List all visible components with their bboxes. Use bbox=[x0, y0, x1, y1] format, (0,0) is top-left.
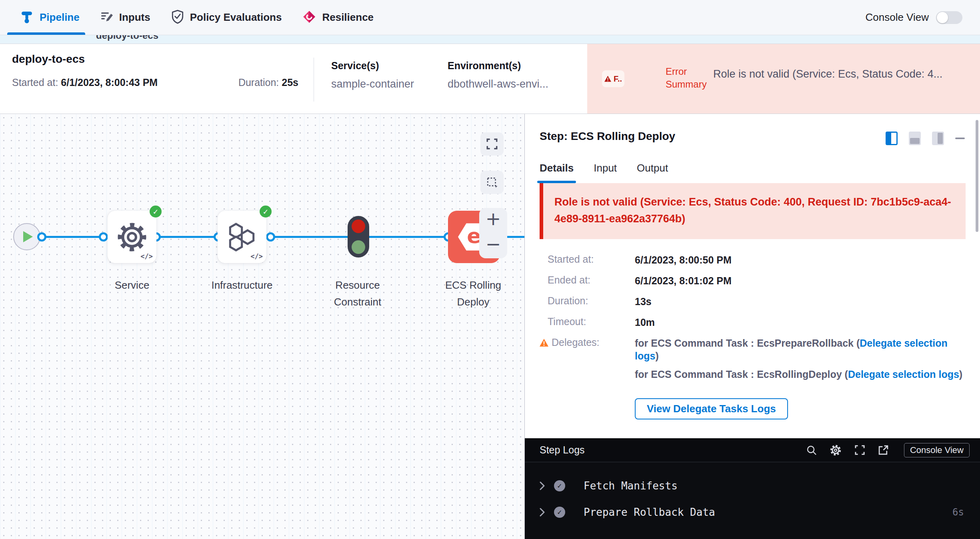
log-step-name: Prepare Rollback Data bbox=[584, 506, 952, 518]
step-error-message: Role is not valid (Service: Ecs, Status … bbox=[554, 194, 954, 227]
zoom-out-button[interactable]: − bbox=[486, 234, 501, 254]
code-badge: </> bbox=[140, 252, 153, 260]
node-label-infrastructure[interactable]: Infrastructure bbox=[198, 277, 286, 293]
failed-status-badge: F.. bbox=[602, 70, 624, 87]
log-row-prepare-rollback-data[interactable]: ✓ Prepare Rollback Data 6s bbox=[534, 499, 964, 525]
environments-block: Environment(s) dbothwell-aws-envi... bbox=[448, 60, 548, 90]
log-step-name: Fetch Manifests bbox=[584, 480, 964, 492]
detail-row-started: Started at: 6/1/2023, 8:00:50 PM bbox=[540, 254, 966, 266]
tab-policy-evaluations-label: Policy Evaluations bbox=[190, 11, 282, 24]
log-row-fetch-manifests[interactable]: ✓ Fetch Manifests bbox=[534, 473, 964, 499]
gear-icon[interactable] bbox=[830, 444, 842, 456]
success-badge-icon: ✓ bbox=[260, 206, 272, 218]
pipeline-canvas[interactable]: ✓ </> Service ✓ </> Infrastructure Resou… bbox=[0, 114, 524, 539]
canvas-fullscreen-button[interactable] bbox=[480, 132, 504, 156]
inputs-icon bbox=[100, 10, 113, 25]
panel-scrollbar[interactable] bbox=[976, 120, 978, 232]
step-tabs: Details Input Output bbox=[540, 162, 966, 183]
started-at: Started at: 6/1/2023, 8:00:43 PM bbox=[12, 77, 158, 88]
tab-inputs-label: Inputs bbox=[119, 11, 150, 24]
chevron-right-icon[interactable] bbox=[539, 508, 545, 517]
pipeline-icon bbox=[20, 10, 34, 25]
zoom-in-button[interactable]: + bbox=[486, 209, 501, 229]
console-view-button[interactable]: Console View bbox=[904, 443, 970, 457]
traffic-green-light bbox=[352, 240, 365, 254]
panel-layout-controls bbox=[886, 132, 965, 145]
console-view-group: Console View bbox=[865, 11, 962, 24]
tab-output[interactable]: Output bbox=[637, 162, 668, 183]
node-resource-constraint[interactable] bbox=[348, 216, 369, 258]
layout-right-icon[interactable] bbox=[886, 132, 898, 145]
environments-label: Environment(s) bbox=[448, 60, 548, 72]
duration: Duration: 25s bbox=[238, 77, 298, 88]
tab-pipeline-label: Pipeline bbox=[40, 11, 80, 24]
success-check-icon: ✓ bbox=[554, 507, 565, 518]
header-divider bbox=[314, 58, 314, 102]
resilience-icon bbox=[302, 10, 316, 25]
minimize-icon[interactable] bbox=[955, 138, 965, 139]
node-infrastructure[interactable]: ✓ </> bbox=[218, 211, 266, 263]
console-view-toggle[interactable] bbox=[936, 11, 962, 24]
detail-row-ended: Ended at: 6/1/2023, 8:01:02 PM bbox=[540, 274, 966, 287]
step-details: Started at: 6/1/2023, 8:00:50 PM Ended a… bbox=[540, 254, 966, 419]
step-error-banner: Role is not valid (Service: Ecs, Status … bbox=[540, 183, 966, 239]
edge-service-infrastructure bbox=[156, 236, 218, 238]
step-logs-header: Step Logs Console View bbox=[525, 438, 980, 462]
stage-strip: deploy-to-ecs bbox=[0, 35, 980, 44]
detail-label: Started at: bbox=[540, 254, 635, 265]
services-value[interactable]: sample-container bbox=[331, 78, 414, 90]
view-delegate-tasks-logs-button[interactable]: View Delegate Tasks Logs bbox=[635, 398, 788, 419]
services-label: Service(s) bbox=[331, 60, 414, 72]
node-label-resource-constraint[interactable]: Resource Constraint bbox=[314, 277, 402, 310]
tab-inputs[interactable]: Inputs bbox=[100, 0, 150, 35]
open-in-new-icon[interactable] bbox=[878, 445, 889, 455]
tab-details[interactable]: Details bbox=[540, 162, 574, 183]
play-icon bbox=[23, 231, 33, 242]
duration-label: Duration: bbox=[238, 77, 279, 88]
port-service-in bbox=[99, 232, 108, 242]
delegates-label-group: Delegates: bbox=[540, 337, 635, 348]
success-badge-icon: ✓ bbox=[150, 206, 162, 218]
layout-bottom-icon[interactable] bbox=[909, 132, 921, 145]
stage-strip-text: deploy-to-ecs bbox=[96, 35, 980, 41]
node-label-ecs-rolling-deploy[interactable]: ECS Rolling Deploy bbox=[429, 277, 517, 310]
layout-split-icon[interactable] bbox=[932, 132, 944, 145]
detail-label: Duration: bbox=[540, 295, 635, 307]
warning-triangle-icon bbox=[604, 76, 611, 82]
error-summary-label: Error Summary bbox=[666, 65, 718, 91]
tab-pipeline[interactable]: Pipeline bbox=[20, 0, 80, 35]
detail-row-timeout: Timeout: 10m bbox=[540, 316, 966, 329]
detail-label: Ended at: bbox=[540, 274, 635, 286]
tab-resilience-label: Resilience bbox=[322, 11, 374, 24]
search-icon[interactable] bbox=[806, 445, 817, 455]
traffic-red-light bbox=[352, 220, 365, 233]
delegate-line: for ECS Command Task : EcsRollingDeploy … bbox=[635, 368, 966, 381]
tab-policy-evaluations[interactable]: Policy Evaluations bbox=[171, 0, 282, 35]
success-check-icon: ✓ bbox=[554, 480, 565, 491]
delegates-value: for ECS Command Task : EcsPrepareRollbac… bbox=[635, 337, 966, 386]
canvas-select-button[interactable] bbox=[480, 171, 504, 194]
step-logs-panel: Step Logs Console View ✓ Fetch Manifests… bbox=[524, 438, 980, 539]
fullscreen-icon[interactable] bbox=[854, 445, 865, 455]
chevron-right-icon[interactable] bbox=[539, 481, 545, 490]
selection-icon bbox=[486, 176, 498, 188]
node-service[interactable]: ✓ </> bbox=[108, 211, 156, 263]
environments-value[interactable]: dbothwell-aws-envi... bbox=[448, 78, 548, 90]
tab-resilience[interactable]: Resilience bbox=[302, 0, 374, 35]
services-block: Service(s) sample-container bbox=[331, 60, 414, 90]
tab-input[interactable]: Input bbox=[594, 162, 617, 183]
fullscreen-icon bbox=[486, 138, 498, 150]
detail-value: 13s bbox=[635, 295, 652, 308]
started-at-label: Started at: bbox=[12, 77, 58, 88]
detail-row-delegates: Delegates: for ECS Command Task : EcsPre… bbox=[540, 337, 966, 386]
detail-row-duration: Duration: 13s bbox=[540, 295, 966, 308]
log-step-duration: 6s bbox=[952, 507, 964, 518]
delegate-line: for ECS Command Task : EcsPrepareRollbac… bbox=[635, 337, 966, 362]
hexagons-icon bbox=[224, 220, 260, 254]
node-label-service[interactable]: Service bbox=[88, 277, 176, 293]
code-badge: </> bbox=[250, 252, 263, 260]
duration-value: 25s bbox=[282, 77, 298, 88]
delegate-selection-logs-link[interactable]: Delegate selection logs bbox=[848, 369, 959, 380]
pipeline-start-node[interactable] bbox=[13, 223, 40, 250]
port-start-out bbox=[37, 232, 46, 242]
